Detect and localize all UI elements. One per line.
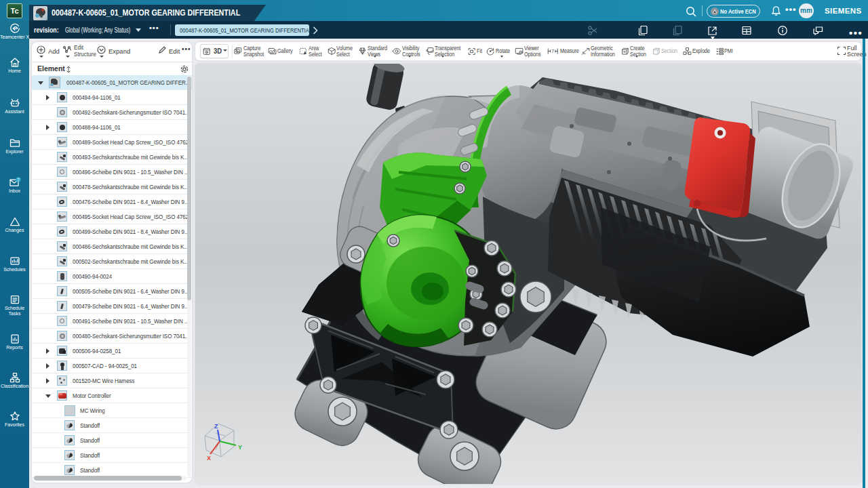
svg-text:Y: Y [238, 444, 242, 451]
svg-text:7: 7 [551, 49, 554, 54]
svg-text:7: 7 [17, 178, 20, 182]
svg-text:X: X [207, 455, 211, 462]
svg-text:Z: Z [214, 423, 218, 430]
